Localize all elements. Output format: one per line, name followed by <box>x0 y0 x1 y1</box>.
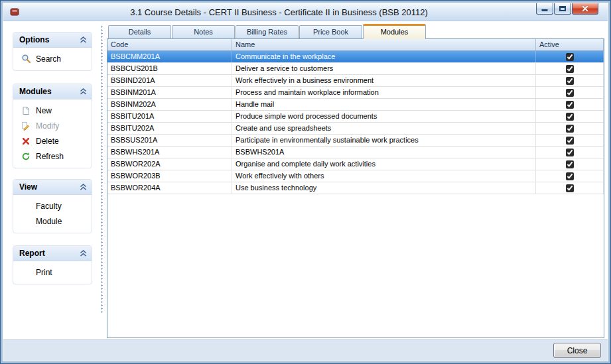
cell-code[interactable]: BSBWOR203B <box>107 170 232 182</box>
cell-name[interactable]: Create and use spreadsheets <box>232 123 536 134</box>
cell-code[interactable]: BSBWHS201A <box>107 147 232 158</box>
sidebar-item-refresh[interactable]: Refresh <box>13 149 92 164</box>
content-area: Options Search <box>3 21 608 339</box>
cell-active[interactable] <box>536 63 604 74</box>
cell-code[interactable]: BSBITU202A <box>107 123 232 134</box>
cell-name[interactable]: Process and maintain workplace informati… <box>232 87 536 98</box>
sidebar-item-label: Refresh <box>36 152 64 161</box>
options-panel-title: Options <box>19 35 79 44</box>
cell-active[interactable] <box>536 51 604 62</box>
active-checkbox[interactable] <box>566 113 574 121</box>
column-header-name[interactable]: Name <box>232 39 536 50</box>
titlebar[interactable]: 3.1 Course Details - CERT II Business - … <box>3 3 608 21</box>
cell-active[interactable] <box>536 158 604 170</box>
sidebar-item-search[interactable]: Search <box>13 51 92 66</box>
table-row[interactable]: BSBWOR203BWork effectively with others <box>107 170 604 182</box>
active-checkbox[interactable] <box>566 137 574 145</box>
table-row[interactable]: BSBINM201AProcess and maintain workplace… <box>107 87 604 99</box>
sidebar-item-print[interactable]: Print <box>13 265 92 280</box>
collapse-chevron-icon[interactable] <box>79 88 88 95</box>
cell-name[interactable]: Communicate in the workplace <box>232 51 536 62</box>
cell-name[interactable]: Handle mail <box>232 99 536 110</box>
view-panel-header[interactable]: View <box>13 180 92 195</box>
sidebar-item-module[interactable]: Module <box>13 213 92 229</box>
window-controls <box>535 3 598 15</box>
cell-active[interactable] <box>536 99 604 110</box>
active-checkbox[interactable] <box>566 77 574 85</box>
table-row[interactable]: BSBWOR202AOrganise and complete daily wo… <box>107 158 604 170</box>
collapse-chevron-icon[interactable] <box>79 249 88 257</box>
cell-code[interactable]: BSBWOR204A <box>107 182 232 194</box>
table-row[interactable]: BSBITU202ACreate and use spreadsheets <box>107 123 604 135</box>
cell-active[interactable] <box>536 170 604 182</box>
cell-code[interactable]: BSBINM202A <box>107 99 232 110</box>
cell-name[interactable]: Work effectively in a business environme… <box>232 75 536 86</box>
active-checkbox[interactable] <box>566 65 574 73</box>
cell-name[interactable]: Produce simple word processed documents <box>232 111 536 122</box>
cell-active[interactable] <box>536 111 604 122</box>
active-checkbox[interactable] <box>566 149 574 156</box>
tab-details[interactable]: Details <box>108 25 171 38</box>
collapse-chevron-icon[interactable] <box>79 36 88 44</box>
sidebar-item-label: Delete <box>36 137 59 146</box>
cell-name[interactable]: Organise and complete daily work activit… <box>232 158 536 170</box>
cell-code[interactable]: BSBCMM201A <box>107 51 232 62</box>
active-checkbox[interactable] <box>566 53 574 61</box>
cell-active[interactable] <box>536 87 604 98</box>
modules-panel-header[interactable]: Modules <box>13 84 92 99</box>
table-row[interactable]: BSBITU201AProduce simple word processed … <box>107 111 604 123</box>
cell-code[interactable]: BSBSUS201A <box>107 135 232 146</box>
active-checkbox[interactable] <box>566 172 574 180</box>
collapse-chevron-icon[interactable] <box>79 183 88 191</box>
cell-code[interactable]: BSBCUS201B <box>107 63 232 74</box>
table-row[interactable]: BSBCMM201ACommunicate in the workplace <box>107 51 604 63</box>
tab-strip: Details Notes Billing Rates Price Book M… <box>107 23 604 38</box>
table-row[interactable]: BSBINM202AHandle mail <box>107 99 604 111</box>
cell-code[interactable]: BSBIND201A <box>107 75 232 86</box>
table-row[interactable]: BSBWHS201ABSBWHS201A <box>107 147 604 158</box>
table-row[interactable]: BSBIND201AWork effectively in a business… <box>107 75 604 87</box>
main-area: Details Notes Billing Rates Price Book M… <box>107 23 604 338</box>
cell-code[interactable]: BSBITU201A <box>107 111 232 122</box>
options-panel: Options Search <box>13 32 92 71</box>
active-checkbox[interactable] <box>566 89 574 97</box>
sidebar-item-label: Modify <box>36 121 59 131</box>
tab-price-book[interactable]: Price Book <box>299 25 362 38</box>
sidebar-splitter[interactable] <box>100 25 103 314</box>
tab-notes[interactable]: Notes <box>172 25 235 38</box>
sidebar-item-modify[interactable]: Modify <box>13 118 92 133</box>
table-row[interactable]: BSBWOR204AUse business technology <box>107 182 604 194</box>
tab-billing-rates[interactable]: Billing Rates <box>236 25 299 38</box>
cell-active[interactable] <box>536 135 604 146</box>
cell-active[interactable] <box>536 147 604 158</box>
options-panel-header[interactable]: Options <box>13 32 92 48</box>
cell-code[interactable]: BSBWOR202A <box>107 158 232 170</box>
active-checkbox[interactable] <box>566 184 574 192</box>
cell-name[interactable]: Deliver a service to customers <box>232 63 536 74</box>
cell-name[interactable]: Work effectively with others <box>232 170 536 182</box>
close-window-button[interactable] <box>572 3 598 15</box>
close-button[interactable]: Close <box>553 343 601 358</box>
active-checkbox[interactable] <box>566 125 574 133</box>
sidebar-item-new[interactable]: New <box>13 103 92 118</box>
table-row[interactable]: BSBCUS201BDeliver a service to customers <box>107 63 604 75</box>
column-header-active[interactable]: Active <box>536 39 604 50</box>
active-checkbox[interactable] <box>566 101 574 109</box>
course-details-window: 3.1 Course Details - CERT II Business - … <box>0 0 611 364</box>
minimize-button[interactable] <box>536 3 553 15</box>
sidebar-item-delete[interactable]: Delete <box>13 133 92 149</box>
maximize-button[interactable] <box>554 3 571 15</box>
report-panel-header[interactable]: Report <box>13 246 92 261</box>
cell-name[interactable]: BSBWHS201A <box>232 147 536 158</box>
cell-name[interactable]: Use business technology <box>232 182 536 194</box>
cell-active[interactable] <box>536 75 604 86</box>
cell-name[interactable]: Participate in environmentally sustainab… <box>232 135 536 146</box>
cell-active[interactable] <box>536 123 604 134</box>
active-checkbox[interactable] <box>566 160 574 168</box>
column-header-code[interactable]: Code <box>107 39 232 50</box>
sidebar-item-faculty[interactable]: Faculty <box>13 198 92 213</box>
tab-modules[interactable]: Modules <box>363 24 426 39</box>
table-row[interactable]: BSBSUS201AParticipate in environmentally… <box>107 135 604 147</box>
cell-active[interactable] <box>536 182 604 194</box>
cell-code[interactable]: BSBINM201A <box>107 87 232 98</box>
